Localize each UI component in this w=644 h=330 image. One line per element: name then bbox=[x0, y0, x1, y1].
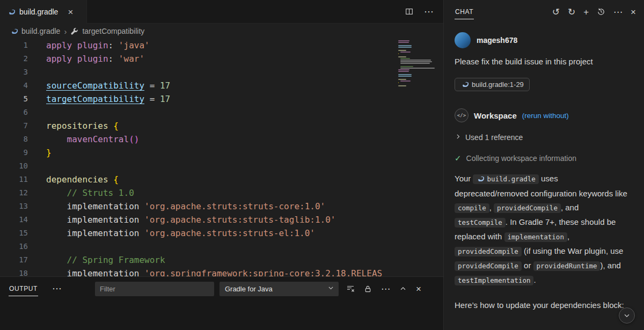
line-number: 11 bbox=[0, 173, 28, 186]
line-number: 4 bbox=[0, 79, 28, 92]
tab-chat[interactable]: CHAT bbox=[455, 4, 474, 19]
filter-input[interactable] bbox=[95, 282, 214, 296]
line-number: 13 bbox=[0, 200, 28, 213]
code-line[interactable]: 9} bbox=[0, 146, 443, 159]
output-channel-dropdown[interactable]: Gradle for Java bbox=[219, 282, 339, 296]
breadcrumb-separator-icon: › bbox=[64, 27, 67, 36]
line-number: 18 bbox=[0, 267, 28, 276]
inline-code: providedCompile bbox=[455, 247, 522, 256]
split-editor-icon[interactable] bbox=[405, 8, 413, 16]
code-line[interactable]: 7repositories { bbox=[0, 119, 443, 133]
line-number: 14 bbox=[0, 213, 28, 226]
line-number: 16 bbox=[0, 240, 28, 253]
line-number: 2 bbox=[0, 52, 28, 65]
gradle-icon bbox=[476, 173, 484, 187]
tab-build-gradle[interactable]: build.gradle × bbox=[0, 0, 87, 24]
chevron-up-icon[interactable] bbox=[399, 285, 407, 292]
code-line[interactable]: 15 implementation 'org.apache.struts:str… bbox=[0, 226, 443, 240]
breadcrumb-symbol[interactable]: targetCompatibility bbox=[82, 27, 144, 35]
chat-panel: CHAT ↺ ↻ + ⋯ × magesh678 Please fix the … bbox=[444, 0, 643, 330]
code-line[interactable]: 17 // Spring Framework bbox=[0, 253, 443, 267]
user-message: Please fix the build issue in this proje… bbox=[455, 57, 633, 66]
vscode-window: build.gradle × ⋯ build.gradle › targetCo… bbox=[0, 0, 644, 330]
inline-code: compile bbox=[455, 203, 489, 213]
tab-output[interactable]: OUTPUT bbox=[9, 281, 38, 296]
line-number: 17 bbox=[0, 253, 28, 267]
attachment-label: build.gradle:1-29 bbox=[472, 80, 524, 89]
code-line[interactable]: 1apply plugin: 'java' bbox=[0, 39, 443, 52]
bottom-panel: OUTPUT ⋯ Gradle for Java ⋯ bbox=[0, 276, 443, 330]
code-line[interactable]: 10 bbox=[0, 159, 443, 173]
output-channel-value: Gradle for Java bbox=[225, 285, 273, 293]
code-line[interactable]: 4sourceCompatibility = 17 bbox=[0, 79, 443, 92]
used-references-label: Used 1 reference bbox=[465, 133, 523, 142]
line-number: 7 bbox=[0, 119, 28, 133]
inline-code: providedCompile bbox=[494, 203, 561, 213]
rerun-without-link[interactable]: (rerun without) bbox=[522, 112, 569, 120]
breadcrumb: build.gradle › targetCompatibility bbox=[0, 24, 443, 39]
redo-icon[interactable]: ↻ bbox=[568, 8, 575, 17]
code-line[interactable]: 5targetCompatibility = 17 bbox=[0, 92, 443, 106]
code-line[interactable]: 6 bbox=[0, 106, 443, 119]
code-line[interactable]: 18 implementation 'org.springframework:s… bbox=[0, 267, 443, 276]
chat-header: CHAT ↺ ↻ + ⋯ × bbox=[444, 0, 643, 24]
editor-tab-bar: build.gradle × ⋯ bbox=[0, 0, 443, 24]
gradle-icon bbox=[10, 28, 18, 34]
panel-tabs-more-icon[interactable]: ⋯ bbox=[52, 284, 62, 294]
chevron-right-icon bbox=[455, 133, 462, 142]
editor-more-icon[interactable]: ⋯ bbox=[424, 7, 434, 17]
avatar bbox=[455, 32, 471, 48]
undo-icon[interactable]: ↺ bbox=[552, 8, 560, 17]
code-editor[interactable]: 1apply plugin: 'java'2apply plugin: 'war… bbox=[0, 39, 443, 276]
line-number: 9 bbox=[0, 146, 28, 159]
tab-label: build.gradle bbox=[19, 8, 58, 16]
gradle-icon bbox=[7, 9, 15, 15]
line-number: 8 bbox=[0, 133, 28, 146]
code-line[interactable]: 13 implementation 'org.apache.struts:str… bbox=[0, 200, 443, 213]
used-references-toggle[interactable]: Used 1 reference bbox=[455, 133, 633, 142]
line-number: 15 bbox=[0, 226, 28, 240]
code-line[interactable]: 12 // Struts 1.0 bbox=[0, 186, 443, 200]
breadcrumb-file[interactable]: build.gradle bbox=[21, 27, 60, 35]
lock-icon[interactable] bbox=[364, 285, 372, 293]
attachment-chip[interactable]: build.gradle:1-29 bbox=[455, 78, 530, 91]
line-number: 12 bbox=[0, 186, 28, 200]
close-chat-icon[interactable]: × bbox=[631, 8, 636, 17]
chevron-down-icon bbox=[327, 284, 334, 293]
line-number: 10 bbox=[0, 159, 28, 173]
new-chat-icon[interactable]: + bbox=[583, 8, 589, 17]
panel-more-icon[interactable]: ⋯ bbox=[381, 284, 390, 294]
chat-followup: Here’s how to update your dependencies b… bbox=[455, 298, 633, 312]
check-icon: ✓ bbox=[455, 153, 462, 163]
workspace-status: ✓ Collecting workspace information bbox=[455, 153, 633, 163]
code-line[interactable]: 2apply plugin: 'war' bbox=[0, 52, 443, 65]
wrench-icon bbox=[70, 27, 78, 35]
code-line[interactable]: 11dependencies { bbox=[0, 173, 443, 186]
history-icon[interactable] bbox=[597, 8, 605, 16]
clear-output-icon[interactable] bbox=[346, 284, 355, 293]
chat-answer: Your build.gradle uses deprecated/remove… bbox=[455, 172, 633, 288]
code-line[interactable]: 3 bbox=[0, 65, 443, 79]
inline-code: testCompile bbox=[455, 218, 506, 228]
inline-code: providedCompile bbox=[455, 261, 522, 271]
inline-code: implementation bbox=[504, 232, 567, 242]
workspace-icon: </> bbox=[455, 108, 469, 122]
chat-more-icon[interactable]: ⋯ bbox=[613, 8, 623, 17]
close-tab-icon[interactable]: × bbox=[68, 8, 73, 17]
inline-code: providedRuntime bbox=[533, 261, 601, 271]
minimap[interactable] bbox=[397, 39, 435, 87]
chat-body: magesh678 Please fix the build issue in … bbox=[444, 24, 643, 330]
line-number: 5 bbox=[0, 92, 28, 106]
line-number: 3 bbox=[0, 65, 28, 79]
code-line[interactable]: 8 mavenCentral() bbox=[0, 133, 443, 146]
user-name: magesh678 bbox=[477, 36, 517, 45]
line-number: 1 bbox=[0, 39, 28, 52]
code-line[interactable]: 14 implementation 'org.apache.struts:str… bbox=[0, 213, 443, 226]
line-number: 6 bbox=[0, 106, 28, 119]
scroll-to-bottom-button[interactable] bbox=[619, 307, 635, 324]
file-link[interactable]: build.gradle bbox=[473, 174, 538, 184]
workspace-status-label: Collecting workspace information bbox=[466, 154, 576, 163]
code-line[interactable]: 16 bbox=[0, 240, 443, 253]
gradle-icon bbox=[460, 82, 469, 87]
close-panel-icon[interactable]: × bbox=[416, 284, 421, 294]
